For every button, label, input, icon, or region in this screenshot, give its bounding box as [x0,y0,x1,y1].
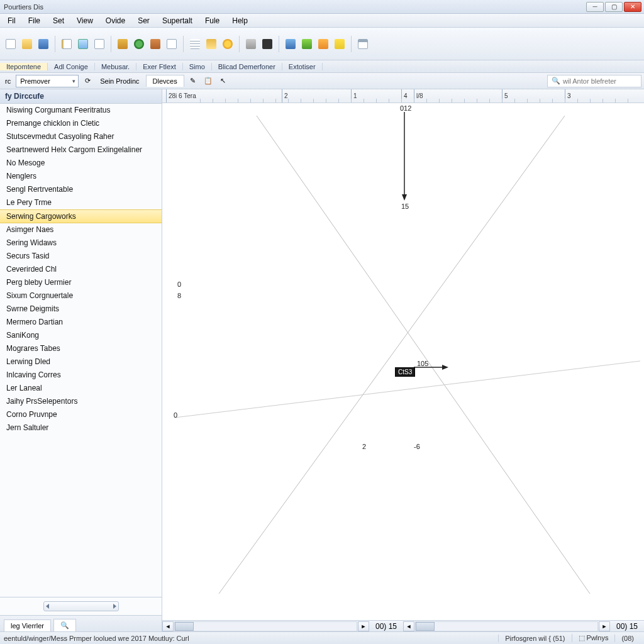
form-icon[interactable] [356,37,370,51]
layers-icon[interactable] [204,37,218,51]
search-placeholder: wil Antor blefreter [563,77,616,85]
menu-ser[interactable]: Ser [133,15,155,26]
rc-label: rc [3,77,13,85]
minimize-button[interactable]: ─ [586,2,604,12]
sidebar-item[interactable]: Inlcaving Corres [0,369,162,382]
scroll-track-left[interactable] [174,621,357,631]
grid-icon[interactable] [188,37,202,51]
canvas-left-label-2: 8 [177,292,181,299]
sidebar-item[interactable]: Premange chicklon in Cletic [0,117,162,130]
menu-file[interactable]: File [23,15,45,26]
page-indicator-right: 00) 15 [610,622,644,631]
globe-icon[interactable] [221,37,235,51]
sein-button[interactable]: Sein Prodinc [96,76,143,86]
drawing-canvas[interactable]: 012 15 0 8 0 2 -6 CtS3 105 [162,103,644,620]
scroll-right-button-2[interactable]: ► [599,621,610,631]
sidebar-item[interactable]: Jern Saltuler [0,421,162,435]
menu-bar: Fil File Set View Ovide Ser Supertalt Fu… [0,14,644,28]
sidebar-item[interactable]: Mograres Tabes [0,342,162,355]
menu-set[interactable]: Set [48,15,69,26]
sidebar-item[interactable]: Securs Tasid [0,250,162,263]
close-button[interactable]: ✕ [624,2,641,12]
sidebar-list: Niswing Corgumant FeeritratusPremange ch… [0,104,162,597]
sidebar-item[interactable]: Sixum Corgnuertale [0,289,162,303]
attach-icon[interactable] [165,37,179,51]
tool-clipboard-icon[interactable]: 📋 [202,75,214,87]
page-icon[interactable] [92,37,106,51]
stack-icon[interactable] [148,37,162,51]
save-icon[interactable] [36,37,50,51]
sidebar-item[interactable]: Stutscevmedut Casyoling Raher [0,130,162,143]
refresh-icon[interactable] [132,37,146,51]
svg-marker-6 [442,365,448,370]
menu-fule[interactable]: Fule [200,15,225,26]
ribbon-group-6[interactable]: Extotiser [282,63,323,70]
scroll-left-button-2[interactable]: ◄ [403,621,414,631]
sidebar-item[interactable]: Niswing Corgumant Feeritratus [0,104,162,117]
print-icon[interactable] [244,37,258,51]
ribbon-group-2[interactable]: Mebusar. [95,63,136,70]
page-indicator-left: 00) 15 [369,622,403,631]
scroll-left-button[interactable]: ◄ [162,621,174,631]
sidebar-item[interactable]: SaniKong [0,329,162,342]
canvas-hscroll: ◄ ► 00) 15 ◄ ► 00) 15 [162,620,644,631]
window-title: Pourtiers Dis [3,3,586,11]
canvas-left-label-1: 0 [177,280,181,288]
sidebar-item[interactable]: Sengl Rertrventable [0,183,162,196]
ribbon-group-5[interactable]: Blicad Demerfoner [212,63,282,70]
scroll-right-button[interactable]: ► [358,621,369,631]
sidebar-item[interactable]: Jaihy PrsSelepentors [0,395,162,408]
ribbon-group-1[interactable]: Adl Conige [48,63,95,70]
canvas-badge[interactable]: CtS3 [395,367,415,377]
sidebar-item[interactable]: No Mesoge [0,157,162,170]
sidebar-item[interactable]: Asimger Naes [0,223,162,236]
ribbon-group-0[interactable]: Itepomtene [0,63,48,70]
sidebar-item[interactable]: Corno Pruvnpe [0,408,162,421]
sidebar-item[interactable]: Ceverirded Chl [0,263,162,276]
sidebar-tabs: leg Vierrler 🔍 [0,615,162,631]
tool-wand-icon[interactable]: ✎ [187,75,199,87]
ribbon-group-3[interactable]: Exer Ftlext [136,63,183,70]
menu-help[interactable]: Help [227,15,253,26]
sidebar-hscroll[interactable] [43,601,119,611]
sidebar-item[interactable]: Nenglers [0,170,162,183]
sync-icon[interactable]: ⟳ [81,75,94,87]
green-box-icon[interactable] [300,37,314,51]
document-icon[interactable] [60,37,74,51]
menu-ovide[interactable]: Ovide [101,15,130,26]
menu-view[interactable]: View [72,15,98,26]
screen-icon[interactable] [76,37,90,51]
book-icon[interactable] [116,37,130,51]
sidebar-tab-search[interactable]: 🔍 [53,619,76,631]
device-icon[interactable] [260,37,274,51]
sidebar-item[interactable]: Serwing Cargoworks [0,209,162,223]
canvas-area: 28i 6 Tera 214l/853 012 15 0 [162,89,644,631]
scroll-track-right[interactable] [415,621,598,631]
export-icon[interactable] [284,37,297,51]
ribbon-group-4[interactable]: Simo [183,63,212,70]
open-folder-icon[interactable] [20,37,34,51]
menu-supertalt[interactable]: Supertalt [157,15,197,26]
status-right-1: ⬚ Pwlnys [572,634,615,642]
sidebar-item[interactable]: Lerwing Dled [0,355,162,369]
sidebar-tab-viewer[interactable]: leg Vierrler [4,619,51,631]
sidebar-item[interactable]: Mermero Dartian [0,316,162,329]
title-bar: Pourtiers Dis ─ ▢ ✕ [0,0,644,14]
search-input[interactable]: 🔍 wil Antor blefreter [547,75,641,87]
sidebar-item[interactable]: Seartnewerd Helx Cargom Exlingelaliner [0,143,162,157]
status-bar: eentuld/winger/Mess Prmper loolued wre 2… [0,631,644,644]
new-file-icon[interactable] [4,37,18,51]
sidebar-item[interactable]: Sering Widaws [0,236,162,250]
menu-fil[interactable]: Fil [3,15,21,26]
filter-dropdown[interactable]: Premover [16,75,79,87]
orange-box-icon[interactable] [316,37,330,51]
tool-pointer-icon[interactable]: ↖ [217,75,230,87]
sidebar-item[interactable]: Swrne Deigmits [0,303,162,316]
maximize-button[interactable]: ▢ [605,2,623,12]
tab-devices[interactable]: Dlevces [146,75,184,87]
sidebar-item[interactable]: Ler Laneal [0,382,162,395]
sidebar-item[interactable]: Perg bleby Uermier [0,276,162,289]
sidebar-item[interactable]: Le Pery Trme [0,196,162,209]
yellow-box-icon[interactable] [333,37,347,51]
tab-devices-label: Dlevces [153,77,177,85]
